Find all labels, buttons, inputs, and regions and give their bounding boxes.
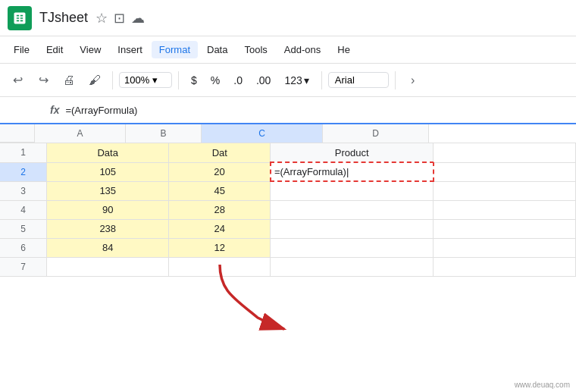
column-headers: A B C D (0, 124, 576, 143)
menu-tools[interactable]: Tools (236, 41, 274, 58)
cell-a1[interactable]: Data (47, 143, 169, 162)
sheet-area: A B C D 1 Data (0, 124, 576, 392)
app-window: TJsheet ☆ ⊡ ☁ File Edit View Insert Form… (0, 0, 576, 392)
cell-b2[interactable]: 20 (169, 162, 271, 181)
table-row: 3 135 45 (0, 181, 576, 200)
cell-a5[interactable]: 238 (47, 219, 169, 238)
cell-b3[interactable]: 45 (169, 181, 271, 200)
currency-button[interactable]: $ (185, 71, 203, 89)
document-title: TJsheet (39, 10, 88, 26)
row-num-3[interactable]: 3 (0, 181, 47, 200)
cell-b7[interactable] (169, 257, 271, 276)
table-row: 1 Data Dat Product (0, 143, 576, 162)
move-icon[interactable]: ⊡ (114, 10, 125, 27)
cell-c1[interactable]: Product (271, 143, 434, 162)
cell-c3[interactable] (271, 181, 434, 200)
cell-b5[interactable]: 24 (169, 219, 271, 238)
cell-d3[interactable] (434, 181, 576, 200)
cell-d5[interactable] (434, 219, 576, 238)
row-num-1[interactable]: 1 (0, 143, 47, 162)
redo-button[interactable]: ↪ (32, 69, 55, 92)
number-format-button[interactable]: 123 ▾ (278, 71, 315, 89)
table-row: 2 105 20 =(ArrayFormula)| (0, 162, 576, 181)
undo-button[interactable]: ↩ (6, 69, 29, 92)
spreadsheet-icon (12, 11, 27, 26)
more-toolbar-button[interactable]: › (402, 69, 424, 92)
formula-content: =(ArrayFormula) (65, 105, 570, 116)
cell-c2[interactable]: =(ArrayFormula)| (271, 162, 434, 181)
menu-help[interactable]: He (330, 41, 358, 58)
number-format-group: $ % .0 .00 123 ▾ (185, 71, 315, 89)
row-num-6[interactable]: 6 (0, 238, 47, 257)
cell-d6[interactable] (434, 238, 576, 257)
corner-cell (0, 124, 35, 143)
cell-c6[interactable] (271, 238, 434, 257)
cell-d2[interactable] (434, 162, 576, 181)
cell-b1[interactable]: Dat (169, 143, 271, 162)
sheet-table: 1 Data Dat Product 2 105 20 =(ArrayFormu… (0, 143, 576, 277)
sheet-container: A B C D 1 Data (0, 124, 576, 277)
toolbar-sep-4 (395, 71, 396, 89)
zoom-arrow-icon: ▾ (152, 74, 158, 86)
cell-b6[interactable]: 12 (169, 238, 271, 257)
table-row: 5 238 24 (0, 219, 576, 238)
number-format-arrow-icon: ▾ (304, 74, 309, 86)
paint-format-button[interactable]: 🖌 (83, 69, 106, 92)
col-header-d[interactable]: D (323, 124, 429, 143)
toolbar-sep-2 (178, 71, 179, 89)
table-row: 4 90 28 (0, 200, 576, 219)
row-num-7[interactable]: 7 (0, 257, 47, 276)
watermark: www.deuaq.com (515, 381, 570, 389)
menu-bar: File Edit View Insert Format Data Tools … (0, 36, 576, 64)
font-selector[interactable]: Arial (328, 72, 389, 88)
cell-a7[interactable] (47, 257, 169, 276)
percent-button[interactable]: % (205, 71, 226, 89)
number-format-label: 123 (284, 74, 302, 86)
row-num-2[interactable]: 2 (0, 162, 47, 181)
toolbar-sep-1 (112, 71, 113, 89)
cell-a6[interactable]: 84 (47, 238, 169, 257)
decimal-more-button[interactable]: .00 (250, 71, 277, 89)
menu-view[interactable]: View (72, 41, 108, 58)
zoom-value: 100% (124, 74, 149, 86)
cell-a2[interactable]: 105 (47, 162, 169, 181)
cell-d1[interactable] (434, 143, 576, 162)
col-header-c[interactable]: C (202, 124, 323, 143)
menu-edit[interactable]: Edit (39, 41, 70, 58)
cell-c7[interactable] (271, 257, 434, 276)
print-button[interactable]: 🖨 (58, 69, 80, 92)
cell-b4[interactable]: 28 (169, 200, 271, 219)
col-header-b[interactable]: B (126, 124, 202, 143)
menu-insert[interactable]: Insert (110, 41, 150, 58)
toolbar: ↩ ↪ 🖨 🖌 100% ▾ $ % .0 .00 123 ▾ Arial › (0, 64, 576, 97)
col-header-a[interactable]: A (35, 124, 126, 143)
cell-a4[interactable]: 90 (47, 200, 169, 219)
row-num-4[interactable]: 4 (0, 200, 47, 219)
cloud-icon[interactable]: ☁ (131, 10, 145, 27)
app-icon (8, 6, 32, 30)
title-actions: ☆ ⊡ ☁ (95, 10, 145, 27)
table-row: 7 (0, 257, 576, 276)
title-bar: TJsheet ☆ ⊡ ☁ (0, 0, 576, 36)
cell-d4[interactable] (434, 200, 576, 219)
cell-a3[interactable]: 135 (47, 181, 169, 200)
formula-bar: fx =(ArrayFormula) (0, 97, 576, 124)
decimal-less-button[interactable]: .0 (227, 71, 249, 89)
table-row: 6 84 12 (0, 238, 576, 257)
menu-addons[interactable]: Add-ons (277, 41, 328, 58)
cell-d7[interactable] (434, 257, 576, 276)
menu-format[interactable]: Format (152, 41, 198, 58)
star-icon[interactable]: ☆ (95, 10, 108, 27)
menu-data[interactable]: Data (199, 41, 235, 58)
cell-c5[interactable] (271, 219, 434, 238)
cell-c4[interactable] (271, 200, 434, 219)
zoom-selector[interactable]: 100% ▾ (119, 72, 172, 88)
row-num-5[interactable]: 5 (0, 219, 47, 238)
toolbar-sep-3 (321, 71, 322, 89)
fx-label: fx (50, 104, 59, 116)
menu-file[interactable]: File (6, 41, 37, 58)
